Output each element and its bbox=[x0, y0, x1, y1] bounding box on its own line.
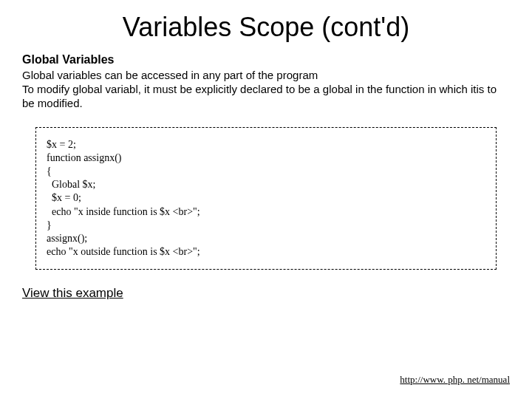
code-block: $x = 2; function assignx() { Global $x; … bbox=[35, 127, 497, 270]
view-example-link[interactable]: View this example bbox=[22, 286, 123, 301]
slide-title: Variables Scope (cont'd) bbox=[22, 12, 510, 43]
body-text: Global variables can be accessed in any … bbox=[22, 68, 510, 111]
footer-manual-link[interactable]: http://www. php. net/manual bbox=[400, 374, 510, 386]
slide: Variables Scope (cont'd) Global Variable… bbox=[0, 0, 532, 399]
section-heading: Global Variables bbox=[22, 53, 510, 66]
